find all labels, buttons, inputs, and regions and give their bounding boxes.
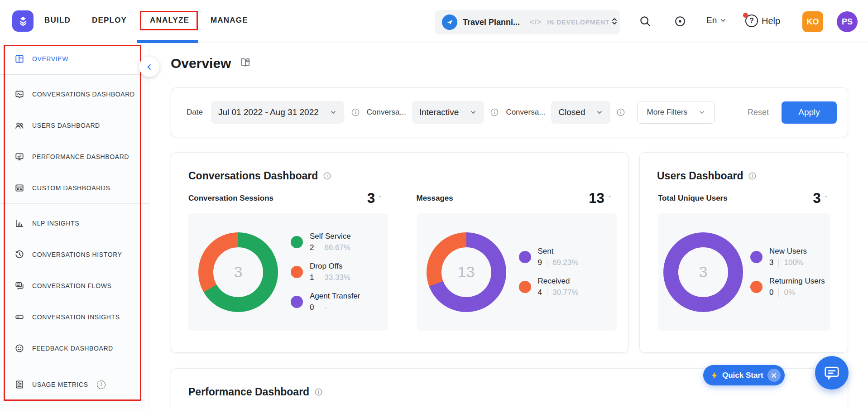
docs-book-icon[interactable] [239,56,252,71]
date-range-value: Jul 01 2022 - Aug 31 2022 [218,107,319,117]
legend-pct: 33.33% [324,273,350,282]
app-status-badge: IN DEVELOPMENT [547,19,609,26]
messages-metric: Messages 13 - 13 Sent 969.23% [400,191,628,331]
legend-label: New Users [769,247,807,256]
quick-start-button[interactable]: Quick Start [703,365,785,385]
search-icon[interactable] [638,14,652,30]
nav-deploy[interactable]: DEPLOY [92,16,127,25]
sidebar-item-conversation-insights[interactable]: CONVERSATION INSIGHTS [0,301,149,332]
sidebar-item-usage-metrics[interactable]: USAGE METRICS i [0,368,149,401]
quick-start-label: Quick Start [722,371,763,380]
custom-dashboards-icon [14,183,24,193]
users-dashboard-card: Users Dashboard Total Unique Users 3 - 3… [639,152,848,353]
nav-analyze[interactable]: ANALYZE [150,16,189,25]
kore-logo-icon[interactable] [12,10,34,32]
conversation-flows-icon [14,281,24,291]
conversation-sessions-chart: 3 Self Service 266.67% Drop Offs 133.33% [188,213,388,331]
nav-build[interactable]: BUILD [44,16,71,25]
filter-bar: Date Jul 01 2022 - Aug 31 2022 Conversa.… [171,87,848,137]
usage-metrics-icon [14,380,24,390]
legend-label: Agent Transfer [310,292,360,301]
sidebar-item-conversation-flows[interactable]: CONVERSATION FLOWS [0,270,149,301]
avatar[interactable]: PS [837,11,858,32]
overview-icon [14,54,24,64]
sidebar-item-label: OVERVIEW [32,55,68,63]
donut-center-value: 13 [427,232,506,312]
sidebar-item-conversations-dashboard[interactable]: CONVERSATIONS DASHBOARD [0,78,149,110]
conversation-sessions-metric: Conversation Sessions 3 - 3 Self Service [171,191,400,331]
help-icon: ? [745,14,758,27]
apply-button[interactable]: Apply [782,101,837,124]
legend-value: 2 [310,243,314,252]
app-selector[interactable]: Travel Planni... </> IN DEVELOPMENT [435,10,620,34]
legend-label: Returning Users [769,277,825,286]
conversation-type-filter-label: Conversa... [367,108,406,117]
conversations-history-icon [14,250,24,260]
chevron-updown-icon [610,17,619,28]
legend-item: Sent 969.23% [519,247,579,267]
legend: Sent 969.23% Received 430.77% [519,247,579,297]
metric-label: Conversation Sessions [188,191,273,203]
info-icon[interactable] [314,388,323,397]
status-target-icon[interactable] [674,15,686,29]
org-badge[interactable]: KO [802,11,823,32]
info-icon[interactable] [748,172,757,181]
help-button[interactable]: ? Help [745,14,780,27]
sidebar-collapse-button[interactable] [139,57,159,77]
sidebar-item-label: CONVERSATIONS HISTORY [32,251,122,258]
sidebar-item-nlp-insights[interactable]: NLP INSIGHTS [0,207,149,239]
nlp-insights-icon [14,218,24,228]
metric-trend: - [825,191,827,200]
more-filters-label: More Filters [647,108,687,117]
conversation-status-select[interactable]: Closed [551,101,610,124]
legend-pct: 66.67% [324,243,350,252]
date-range-select[interactable]: Jul 01 2022 - Aug 31 2022 [211,101,344,124]
legend-dot [519,251,531,263]
info-icon[interactable]: i [97,380,106,389]
conversation-type-select[interactable]: Interactive [412,101,484,124]
sidebar-item-label: USAGE METRICS [32,381,88,388]
reset-button[interactable]: Reset [748,108,769,117]
sidebar-item-feedback-dashboard[interactable]: FEEDBACK DASHBOARD [0,332,149,364]
chat-feedback-fab[interactable] [815,356,849,390]
sidebar-item-custom-dashboards[interactable]: CUSTOM DASHBOARDS [0,172,149,203]
more-filters-button[interactable]: More Filters [637,101,715,124]
conversation-status-value: Closed [558,107,585,117]
sidebar-item-label: PERFORMANCE DASHBOARD [32,153,129,160]
info-icon[interactable] [490,108,499,117]
sidebar-item-conversations-history[interactable]: CONVERSATIONS HISTORY [0,239,149,270]
legend-dot [750,281,762,293]
legend-pct: - [324,303,327,312]
divider [778,259,779,267]
legend-value: 9 [538,258,542,267]
legend-value: 4 [538,288,542,297]
app-name: Travel Planni... [463,18,520,27]
language-label: En [706,15,717,25]
legend-pct: 30.77% [552,288,579,297]
page-title: Overview [171,56,231,71]
code-icon: </> [530,18,542,26]
conversations-dashboard-title: Conversations Dashboard [188,170,318,182]
sidebar-item-label: USERS DASHBOARD [32,122,100,129]
close-icon[interactable] [767,369,781,382]
divider [547,289,547,297]
sidebar-item-performance-dashboard[interactable]: PERFORMANCE DASHBOARD [0,141,149,172]
performance-dashboard-icon [14,152,24,162]
sidebar-item-overview[interactable]: OVERVIEW [0,43,149,75]
chat-bubble-icon [823,364,840,381]
info-icon[interactable] [616,108,625,117]
sidebar-item-users-dashboard[interactable]: USERS DASHBOARD [0,110,149,141]
metric-value: 3 [367,191,375,205]
notification-dot [743,13,748,18]
users-donut: 3 [663,232,743,312]
messages-chart: 13 Sent 969.23% Received 430.77% [417,213,618,331]
lightning-bolt-icon [711,371,718,380]
metric-trend: - [609,191,611,200]
metric-value: 3 [813,191,820,205]
info-icon[interactable] [351,108,360,117]
nav-manage[interactable]: MANAGE [211,16,248,25]
info-icon[interactable] [323,172,332,181]
sidebar-item-label: CONVERSATIONS DASHBOARD [32,91,135,98]
language-selector[interactable]: En [706,15,726,25]
top-bar: BUILD DEPLOY ANALYZE MANAGE Travel Plann… [0,0,868,43]
